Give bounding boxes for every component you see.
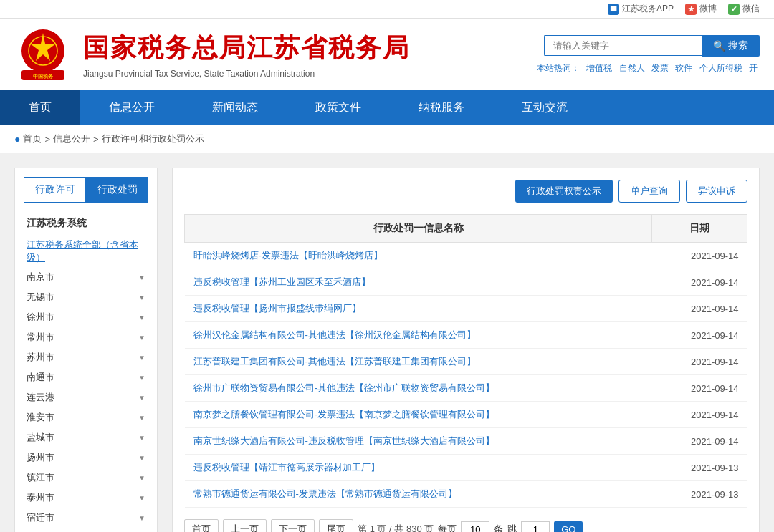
row-name[interactable]: 违反税收管理【苏州工业园区禾至禾酒店】	[185, 269, 652, 296]
table-row: 常熟市德通货运有限公司-发票违法【常熟市德通货运有限公司】 2021-09-13	[185, 481, 747, 508]
row-name[interactable]: 徐州市广联物资贸易有限公司-其他违法【徐州市广联物资贸易有限公司】	[185, 375, 652, 402]
row-date: 2021-09-14	[652, 322, 747, 349]
nav-policy[interactable]: 政策文件	[287, 90, 390, 125]
nav-news[interactable]: 新闻动态	[183, 90, 287, 125]
sidebar-item-lianyungang[interactable]: 连云港 ▼	[15, 387, 157, 407]
sidebar-all[interactable]: 江苏税务系统全部（含省本级）	[15, 236, 157, 267]
sidebar-item-huaian[interactable]: 淮安市 ▼	[15, 407, 157, 427]
search-icon: 🔍	[713, 40, 725, 52]
pagination: 首页 上一页 下一页 尾页 第 1 页 / 共 830 页 每页 条 跳 GO	[184, 519, 747, 532]
nav-info[interactable]: 信息公开	[80, 90, 183, 125]
right-content: 行政处罚权责公示 单户查询 异议申诉 行政处罚一信息名称 日期 盱眙洪峰烧烤店-…	[172, 168, 760, 532]
row-date: 2021-09-14	[652, 428, 747, 455]
header-left: 中国税务 国家税务总局江苏省税务局 Jiangsu Provincial Tax…	[14, 26, 410, 83]
hotword-6[interactable]: 开	[749, 63, 758, 73]
chevron-down-icon: ▼	[138, 294, 145, 301]
row-name[interactable]: 南京梦之膳餐饮管理有限公司-发票违法【南京梦之膳餐饮管理有限公司】	[185, 402, 652, 428]
action-buttons: 行政处罚权责公示 单户查询 异议申诉	[184, 180, 747, 203]
chevron-down-icon: ▼	[138, 514, 145, 522]
breadcrumb-home[interactable]: 首页	[23, 132, 42, 145]
row-date: 2021-09-14	[652, 375, 747, 402]
app-icon: ⯀	[608, 4, 619, 15]
breadcrumb: ● 首页 > 信息公开 > 行政许可和行政处罚公示	[0, 125, 774, 153]
table-row: 徐州市广联物资贸易有限公司-其他违法【徐州市广联物资贸易有限公司】 2021-0…	[185, 375, 747, 402]
row-name[interactable]: 徐州汉伦金属结构有限公司-其他违法【徐州汉伦金属结构有限公司】	[185, 322, 652, 349]
wechat-link[interactable]: ✔ 微信	[728, 3, 760, 15]
table-row: 违反税收管理【靖江市德高展示器材加工厂】 2021-09-13	[185, 455, 747, 481]
hotword-3[interactable]: 发票	[651, 63, 669, 73]
main-content: 行政许可 行政处罚 江苏税务系统 江苏税务系统全部（含省本级） 南京市 ▼ 无锡…	[0, 153, 774, 532]
chevron-down-icon: ▼	[138, 414, 145, 422]
weibo-link[interactable]: ★ 微博	[685, 3, 717, 15]
chevron-down-icon: ▼	[138, 274, 145, 281]
nav-home[interactable]: 首页	[0, 90, 80, 125]
chevron-down-icon: ▼	[138, 474, 145, 482]
table-row: 徐州汉伦金属结构有限公司-其他违法【徐州汉伦金属结构有限公司】 2021-09-…	[185, 322, 747, 349]
row-date: 2021-09-13	[652, 481, 747, 508]
sidebar-item-baoshuiqu[interactable]: 保税区 ▼	[15, 528, 157, 532]
wechat-icon: ✔	[728, 4, 740, 15]
sidebar-item-wuxi[interactable]: 无锡市 ▼	[15, 287, 157, 307]
nav-service[interactable]: 纳税服务	[390, 90, 493, 125]
svg-text:中国税务: 中国税务	[33, 73, 54, 79]
nav-interact[interactable]: 互动交流	[493, 90, 596, 125]
top-bar: ⯀ 江苏税务APP ★ 微博 ✔ 微信	[0, 0, 774, 19]
app-label: 江苏税务APP	[622, 3, 674, 15]
row-name[interactable]: 盱眙洪峰烧烤店-发票违法【盱眙洪峰烧烤店】	[185, 243, 652, 269]
sidebar-item-nanjing[interactable]: 南京市 ▼	[15, 267, 157, 287]
row-date: 2021-09-13	[652, 455, 747, 481]
tab-penalty[interactable]: 行政处罚	[86, 177, 148, 203]
sidebar-item-changzhou[interactable]: 常州市 ▼	[15, 327, 157, 347]
sidebar-item-suzhou[interactable]: 苏州市 ▼	[15, 347, 157, 367]
hotword-2[interactable]: 自然人	[619, 63, 645, 73]
row-name[interactable]: 江苏普联建工集团有限公司-其他违法【江苏普联建工集团有限公司】	[185, 349, 652, 375]
row-date: 2021-09-14	[652, 349, 747, 375]
row-name[interactable]: 违反税收管理【扬州市报盛线带绳网厂】	[185, 296, 652, 322]
total-pages: 830	[406, 523, 422, 532]
hotword-5[interactable]: 个人所得税	[699, 63, 742, 73]
perpage-unit: 条	[494, 523, 503, 532]
header: 中国税务 国家税务总局江苏省税务局 Jiangsu Provincial Tax…	[0, 19, 774, 90]
row-name[interactable]: 违反税收管理【靖江市德高展示器材加工厂】	[185, 455, 652, 481]
sidebar-item-yancheng[interactable]: 盐城市 ▼	[15, 427, 157, 448]
sidebar-item-yangzhou[interactable]: 扬州市 ▼	[15, 448, 157, 468]
main-nav: 首页 信息公开 新闻动态 政策文件 纳税服务 互动交流	[0, 90, 774, 125]
hotword-1[interactable]: 增值税	[586, 63, 612, 73]
weibo-label: 微博	[699, 3, 717, 15]
sidebar-item-xuzhou[interactable]: 徐州市 ▼	[15, 307, 157, 327]
next-page-button[interactable]: 下一页	[271, 519, 315, 532]
search-bar: 🔍 搜索	[544, 35, 760, 57]
sidebar: 行政许可 行政处罚 江苏税务系统 江苏税务系统全部（含省本级） 南京市 ▼ 无锡…	[14, 168, 158, 532]
breadcrumb-info[interactable]: 信息公开	[53, 132, 90, 145]
go-button[interactable]: GO	[554, 521, 583, 533]
sidebar-item-zhenjiang[interactable]: 镇江市 ▼	[15, 468, 157, 488]
objection-button[interactable]: 异议申诉	[686, 180, 747, 203]
last-page-button[interactable]: 尾页	[319, 519, 353, 532]
prev-page-button[interactable]: 上一页	[223, 519, 267, 532]
jump-label: 跳	[507, 523, 517, 532]
table-row: 违反税收管理【苏州工业园区禾至禾酒店】 2021-09-14	[185, 269, 747, 296]
app-link[interactable]: ⯀ 江苏税务APP	[608, 3, 674, 15]
jump-input[interactable]	[521, 521, 550, 533]
breadcrumb-current: 行政许可和行政处罚公示	[102, 132, 204, 145]
hotword-4[interactable]: 软件	[675, 63, 692, 73]
sidebar-item-nantong[interactable]: 南通市 ▼	[15, 367, 157, 387]
row-name[interactable]: 南京世织缘大酒店有限公司-违反税收管理【南京世织缘大酒店有限公司】	[185, 428, 652, 455]
penalty-pub-button[interactable]: 行政处罚权责公示	[515, 180, 613, 203]
sidebar-item-suqian[interactable]: 宿迁市 ▼	[15, 508, 157, 528]
single-query-button[interactable]: 单户查询	[618, 180, 680, 203]
sidebar-item-taizhou[interactable]: 泰州市 ▼	[15, 488, 157, 508]
perpage-input[interactable]	[461, 521, 489, 533]
first-page-button[interactable]: 首页	[184, 519, 219, 532]
chevron-down-icon: ▼	[138, 494, 145, 502]
tab-permit[interactable]: 行政许可	[24, 177, 86, 203]
search-button[interactable]: 🔍 搜索	[702, 35, 760, 57]
logo-emblem: 中国税务	[14, 26, 72, 83]
search-input[interactable]	[544, 35, 702, 56]
row-name[interactable]: 常熟市德通货运有限公司-发票违法【常熟市德通货运有限公司】	[185, 481, 652, 508]
table-row: 江苏普联建工集团有限公司-其他违法【江苏普联建工集团有限公司】 2021-09-…	[185, 349, 747, 375]
row-date: 2021-09-14	[652, 296, 747, 322]
chevron-down-icon: ▼	[138, 374, 145, 382]
chevron-down-icon: ▼	[138, 434, 145, 442]
table-header-row: 行政处罚一信息名称 日期	[185, 215, 747, 243]
